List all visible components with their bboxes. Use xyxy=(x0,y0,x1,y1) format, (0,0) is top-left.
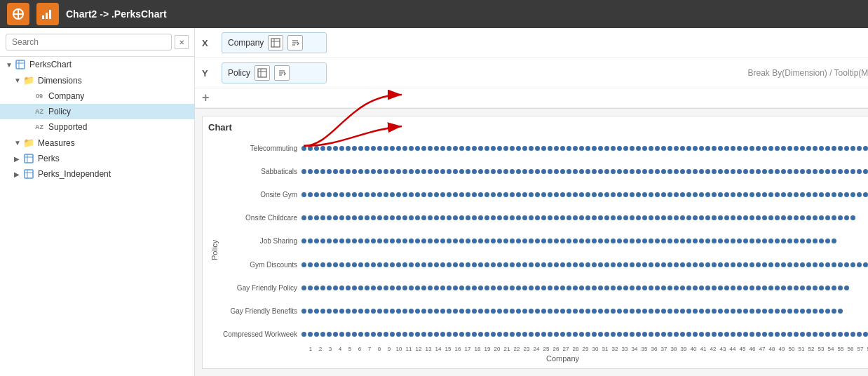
dot xyxy=(478,146,483,151)
y-field-edit-button[interactable] xyxy=(255,65,270,81)
dot xyxy=(554,192,559,197)
sidebar-item-perks[interactable]: ▶ Perks xyxy=(0,151,194,166)
y-axis-field[interactable]: Policy xyxy=(222,62,327,83)
dot xyxy=(655,309,660,314)
dot xyxy=(680,146,685,151)
dot xyxy=(737,169,742,174)
dot xyxy=(674,215,679,220)
dot xyxy=(428,286,433,290)
x-axis-label-item: 22 xyxy=(512,346,522,352)
dot xyxy=(712,262,717,267)
dot xyxy=(573,146,578,151)
dot xyxy=(838,192,843,197)
dot xyxy=(548,215,552,220)
x-axis-label-item: 50 xyxy=(787,346,796,352)
table-icon xyxy=(22,169,35,179)
dot xyxy=(548,332,552,337)
dot xyxy=(491,239,496,243)
dot xyxy=(478,309,483,314)
dot xyxy=(585,332,590,337)
dot xyxy=(529,146,534,151)
dot xyxy=(611,239,616,243)
dot xyxy=(598,239,603,243)
row-label: Gay Friendly Policy xyxy=(221,284,301,292)
dot xyxy=(478,332,483,337)
dot xyxy=(680,239,685,243)
dot xyxy=(787,215,792,220)
dot xyxy=(806,239,811,243)
x-axis-label-item: 35 xyxy=(639,346,649,352)
dot xyxy=(573,215,578,220)
sidebar-item-perks-independent[interactable]: ▶ Perks_Independent xyxy=(0,166,194,182)
dot xyxy=(472,169,477,174)
dot xyxy=(667,192,672,197)
dot xyxy=(667,332,672,337)
dot xyxy=(617,169,622,174)
x-axis-label-item: 45 xyxy=(738,346,747,352)
dot xyxy=(503,262,508,267)
dot xyxy=(806,146,811,151)
x-axis-label-item: 2 xyxy=(316,346,325,352)
dot xyxy=(781,332,786,337)
dot xyxy=(825,215,830,220)
dot xyxy=(327,286,332,290)
dot xyxy=(825,286,830,290)
dot xyxy=(358,146,363,151)
dot xyxy=(548,146,552,151)
chart-icon[interactable] xyxy=(36,3,59,25)
dot xyxy=(813,286,818,290)
dot xyxy=(529,192,534,197)
search-input[interactable] xyxy=(6,34,172,51)
dot xyxy=(447,192,452,197)
dot xyxy=(617,239,622,243)
dot xyxy=(440,146,445,151)
dot xyxy=(314,332,319,337)
dot xyxy=(787,192,792,197)
dot xyxy=(661,192,666,197)
dot xyxy=(554,169,559,174)
dot xyxy=(592,309,597,314)
dot xyxy=(699,262,704,267)
dot xyxy=(718,192,723,197)
dot xyxy=(484,192,489,197)
dot xyxy=(478,239,483,243)
x-field-sort-button[interactable] xyxy=(287,35,303,51)
dot xyxy=(844,146,849,151)
dot xyxy=(686,146,691,151)
dot xyxy=(630,169,635,174)
dot xyxy=(358,332,363,337)
search-clear-button[interactable]: ✕ xyxy=(175,35,189,49)
dot xyxy=(611,215,616,220)
sidebar-item-dimensions[interactable]: ▼ 📁 Dimensions xyxy=(0,72,194,88)
x-axis-row: X Company xyxy=(195,28,868,58)
add-axis-icon[interactable]: + xyxy=(202,90,216,105)
sidebar-item-policy[interactable]: AZ Policy xyxy=(0,104,194,119)
sidebar-item-company[interactable]: 09 Company xyxy=(0,88,194,104)
dot xyxy=(705,309,710,314)
dot xyxy=(333,192,338,197)
dot xyxy=(636,192,641,197)
dot xyxy=(863,146,868,151)
svg-rect-3 xyxy=(42,15,44,19)
dot xyxy=(743,146,748,151)
dot xyxy=(623,146,628,151)
dot xyxy=(440,262,445,267)
dot xyxy=(415,192,420,197)
dot xyxy=(686,309,691,314)
sidebar-item-supported[interactable]: AZ Supported xyxy=(0,119,194,135)
dot xyxy=(604,239,609,243)
dot xyxy=(724,262,729,267)
dot xyxy=(510,239,515,243)
svg-rect-17 xyxy=(271,39,280,47)
sidebar-item-measures[interactable]: ▼ 📁 Measures xyxy=(0,135,194,151)
sidebar-item-perkschart[interactable]: ▼ PerksChart xyxy=(0,57,194,72)
add-axis-row[interactable]: + xyxy=(195,88,868,108)
x-axis-field[interactable]: Company xyxy=(222,32,327,53)
dot xyxy=(522,309,527,314)
dot xyxy=(686,192,691,197)
app-logo[interactable] xyxy=(7,3,29,25)
dot xyxy=(346,192,351,197)
y-field-sort-button[interactable] xyxy=(274,65,290,81)
dot-rows: TelecommutingSabbaticalsOnsite GymOnsite… xyxy=(221,137,868,346)
x-field-edit-button[interactable] xyxy=(268,35,283,51)
